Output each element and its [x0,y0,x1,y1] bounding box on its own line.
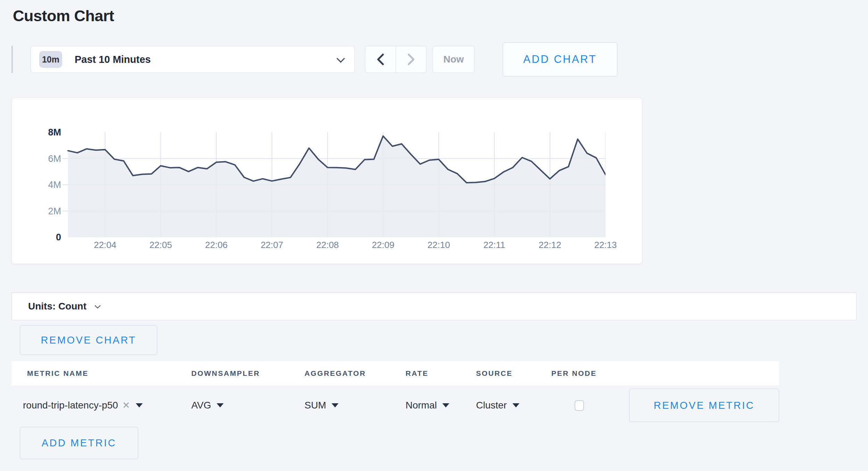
column-header-source: SOURCE [476,361,512,386]
time-range-select[interactable]: 10m Past 10 Minutes [31,46,355,73]
x-axis-tick-label: 22:08 [307,240,348,250]
x-axis-tick-label: 22:06 [195,240,237,250]
units-select[interactable]: Units: Count [11,292,857,320]
x-axis-tick-label: 22:05 [140,240,182,250]
metric-row: round-trip-latency-p50 ✕ AVG SUM Normal … [11,386,779,425]
y-axis-tick-label: 0 [26,232,61,243]
downsampler-select[interactable]: AVG [191,386,224,425]
time-range-label: Past 10 Minutes [75,54,151,65]
x-axis-tick-label: 22:11 [474,240,515,250]
chevron-right-icon [407,53,416,66]
clear-metric-icon[interactable]: ✕ [122,400,130,411]
time-range-badge: 10m [39,51,62,68]
now-button[interactable]: Now [433,46,475,73]
chevron-down-icon [95,303,101,308]
x-axis-tick-label: 22:12 [529,240,571,250]
units-label: Units: Count [28,301,86,312]
toolbar-accent-bar [11,46,13,73]
column-header-aggregator: AGGREGATOR [304,361,366,386]
time-pager [365,46,426,73]
page-title: Custom Chart [13,7,114,25]
x-axis-tick-label: 22:07 [251,240,293,250]
prev-time-button[interactable] [365,46,395,73]
caret-down-icon [512,403,519,407]
chart-card: 02M4M6M8M 22:0422:0522:0622:0722:0822:09… [11,98,642,264]
metric-area-chart [62,132,606,237]
add-chart-button[interactable]: ADD CHART [503,42,617,76]
downsampler-value: AVG [191,400,211,411]
x-axis-tick-label: 22:10 [418,240,460,250]
aggregator-value: SUM [304,400,326,411]
x-axis-tick-label: 22:04 [84,240,126,250]
chevron-down-icon [336,54,345,63]
chevron-left-icon [376,53,385,66]
next-time-button[interactable] [395,46,426,73]
metric-name-select[interactable]: round-trip-latency-p50 ✕ [23,386,143,425]
column-header-metric-name: METRIC NAME [27,361,89,386]
source-select[interactable]: Cluster [476,386,519,425]
remove-chart-button[interactable]: REMOVE CHART [20,325,157,355]
column-header-rate: RATE [406,361,428,386]
add-metric-button[interactable]: ADD METRIC [20,427,138,459]
rate-select[interactable]: Normal [406,386,449,425]
caret-down-icon [332,403,339,407]
x-axis-tick-label: 22:09 [362,240,404,250]
metrics-table-header: METRIC NAME DOWNSAMPLER AGGREGATOR RATE … [11,361,779,386]
metric-name-value: round-trip-latency-p50 [23,400,118,411]
caret-down-icon [217,403,224,407]
remove-metric-button[interactable]: REMOVE METRIC [629,389,779,422]
aggregator-select[interactable]: SUM [304,386,339,425]
y-axis-tick-label: 8M [26,127,61,138]
column-header-per-node: PER NODE [551,361,597,386]
rate-value: Normal [406,400,437,411]
per-node-checkbox[interactable] [575,400,584,411]
y-axis-tick-label: 4M [26,179,61,191]
y-axis-tick-label: 2M [26,206,61,217]
source-value: Cluster [476,400,507,411]
y-axis-tick-label: 6M [26,153,61,165]
caret-down-icon [136,403,143,407]
caret-down-icon [442,403,449,407]
x-axis-tick-label: 22:13 [585,240,626,250]
column-header-downsampler: DOWNSAMPLER [191,361,260,386]
